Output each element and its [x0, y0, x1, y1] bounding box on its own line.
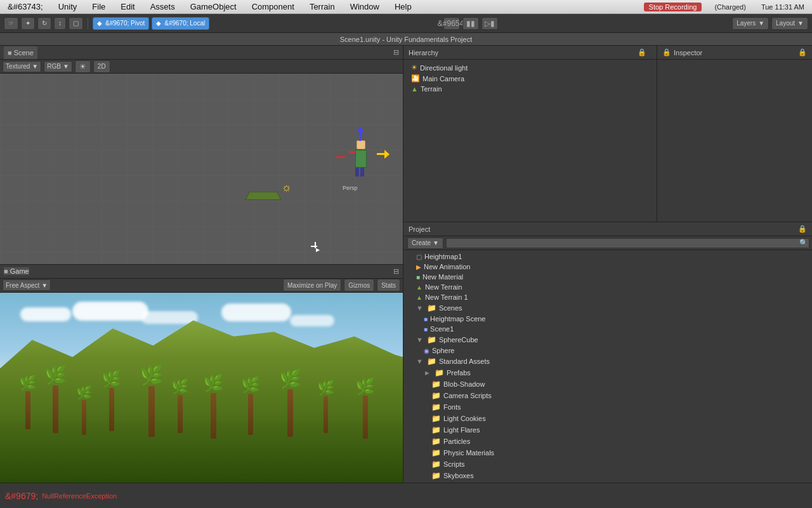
aspect-label: Free Aspect — [6, 282, 39, 289]
terrain-small-icon: ▲ — [416, 294, 422, 301]
menu-terrain[interactable]: Terrain — [307, 2, 337, 11]
file-icon: ▢ — [416, 253, 422, 260]
project-item-physic-materials[interactable]: 📁 Physic Materials — [403, 447, 812, 458]
color-mode-label: RGB — [47, 63, 61, 70]
main-layout: ■ Scene ⊟ Textured ▼ RGB ▼ ☀ 2D — [0, 46, 812, 483]
scene-toolbar: Textured ▼ RGB ▼ ☀ 2D — [0, 60, 403, 74]
menu-component[interactable]: Component — [249, 2, 297, 11]
folder-icon: 📁 — [431, 448, 441, 457]
stop-recording-btn[interactable]: Stop Recording — [644, 3, 702, 11]
project-item-heightmap-scene[interactable]: ■ Heightmap Scene — [403, 314, 812, 324]
aspect-dropdown[interactable]: Free Aspect ▼ — [3, 279, 51, 291]
project-item-prefabs-folder[interactable]: ► 📁 Prefabs — [403, 367, 812, 378]
camera-icon: 🎦 — [411, 74, 420, 83]
menu-help[interactable]: Help — [392, 2, 414, 11]
scale-tool[interactable]: ↕ — [54, 17, 66, 30]
gizmos-btn[interactable]: Gizmos — [344, 279, 374, 291]
project-item-particles[interactable]: 📁 Particles — [403, 436, 812, 447]
rect-tool[interactable]: ▢ — [69, 17, 83, 30]
project-item-blob-shadow[interactable]: 📁 Blob-Shadow — [403, 378, 812, 390]
hierarchy-item-directional-light[interactable]: ☀ Directional light — [403, 62, 657, 73]
hand-tool[interactable]: ☞ — [4, 17, 18, 30]
menu-window[interactable]: Window — [348, 2, 382, 11]
game-tab-icon: ■ — [4, 267, 8, 275]
folder-icon: 📁 — [427, 304, 436, 312]
mesh-icon: ◉ — [424, 347, 429, 354]
project-item-light-cookies[interactable]: 📁 Light Cookies — [403, 413, 812, 424]
hierarchy-item-label: Terrain — [421, 85, 442, 93]
maximize-on-play-btn[interactable]: Maximize on Play — [283, 279, 341, 291]
scene-panel: ■ Scene ⊟ Textured ▼ RGB ▼ ☀ 2D — [0, 46, 403, 265]
color-mode-dropdown[interactable]: RGB ▼ — [44, 61, 72, 72]
project-item-label: Standard Assets — [439, 358, 490, 365]
game-tab[interactable]: ■ Game — [4, 267, 29, 275]
palm-9: 🌿 — [279, 368, 301, 437]
project-item-heightmap1[interactable]: ▢ Heightmap1 — [403, 251, 812, 262]
shading-dropdown[interactable]: Textured ▼ — [3, 61, 41, 72]
palm-10: 🌿 — [317, 380, 334, 433]
folder-icon: 📁 — [431, 425, 441, 434]
game-maximize-icon[interactable]: ⊟ — [393, 267, 399, 276]
project-item-scene1[interactable]: ■ Scene1 — [403, 324, 812, 334]
folder-icon: 📁 — [431, 380, 441, 389]
layers-chevron-icon: ▼ — [758, 20, 764, 27]
layout-dropdown[interactable]: Layout ▼ — [771, 17, 808, 30]
project-item-label: New Terrain — [425, 283, 462, 291]
project-item-new-terrain[interactable]: ▲ New Terrain — [403, 282, 812, 292]
project-item-standard-assets-folder[interactable]: ▼ 📁 Standard Assets — [403, 356, 812, 367]
inspector-title: Inspector — [674, 49, 702, 57]
project-item-fonts[interactable]: 📁 Fonts — [403, 401, 812, 413]
hierarchy-item-terrain[interactable]: ▲ Terrain — [403, 84, 657, 94]
layers-dropdown[interactable]: Layers ▼ — [732, 17, 769, 30]
scene-maximize-icon[interactable]: ⊟ — [393, 48, 399, 57]
scene-view[interactable]: Persp ☼ ▶ — [0, 74, 403, 264]
local-button[interactable]: ◆ &#9670; Local — [152, 17, 209, 30]
project-item-label: Scenes — [439, 304, 462, 312]
folder-icon: 📁 — [431, 460, 441, 469]
project-item-spherecube-folder[interactable]: ▼ 📁 SphereCube — [403, 334, 812, 345]
project-item-scenes-folder[interactable]: ▼ 📁 Scenes — [403, 302, 812, 314]
game-view[interactable]: 🌿 🌿 🌿 🌿 — [0, 293, 403, 483]
menu-unity[interactable]: Unity — [56, 2, 80, 11]
step-button[interactable]: ▷▮ — [481, 17, 498, 30]
game-scene-bg: 🌿 🌿 🌿 🌿 — [0, 293, 403, 483]
project-item-light-flares[interactable]: 📁 Light Flares — [403, 424, 812, 436]
project-item-label: Heightmap1 — [424, 253, 462, 260]
project-item-new-material[interactable]: ■ New Material — [403, 272, 812, 282]
project-search-input[interactable] — [446, 238, 809, 248]
scene-2d-btn[interactable]: 2D — [93, 60, 110, 73]
stats-btn[interactable]: Stats — [377, 279, 400, 291]
hierarchy-item-main-camera[interactable]: 🎦 Main Camera — [403, 73, 657, 84]
inspector-lock-icon[interactable]: 🔒 — [798, 48, 807, 57]
layout-label: Layout — [776, 20, 795, 27]
menu-assets[interactable]: Assets — [148, 2, 178, 11]
search-icon: 🔍 — [799, 239, 808, 247]
project-item-new-animation[interactable]: ▶ New Animation — [403, 262, 812, 272]
scene-panel-header: ■ Scene ⊟ — [0, 46, 403, 60]
rotate-tool[interactable]: ↻ — [37, 17, 51, 30]
scene-tab-icon: ■ — [8, 49, 12, 57]
menu-gameobject[interactable]: GameObject — [188, 2, 239, 11]
project-item-sphere[interactable]: ◉ Sphere — [403, 345, 812, 356]
create-dropdown[interactable]: Create ▼ — [407, 237, 443, 249]
project-lock-icon[interactable]: 🔒 — [798, 225, 807, 233]
top-right-area: Hierarchy 🔒 ☀ Directional light 🎦 Main C… — [403, 46, 812, 222]
play-button[interactable]: &#9654; — [443, 17, 460, 30]
palm-11: 🌿 — [355, 377, 375, 439]
project-item-skyboxes[interactable]: 📁 Skyboxes — [403, 470, 812, 481]
pivot-button[interactable]: ◆ &#9670; Pivot — [93, 17, 149, 30]
menu-file[interactable]: File — [89, 2, 108, 11]
scene-tab[interactable]: ■ Scene — [4, 46, 37, 59]
project-title: Project — [409, 225, 430, 233]
pause-button[interactable]: ▮▮ — [462, 17, 479, 30]
apple-menu[interactable]: &#63743; — [5, 2, 46, 11]
project-item-scripts[interactable]: 📁 Scripts — [403, 458, 812, 470]
move-tool[interactable]: ✦ — [21, 17, 35, 30]
project-item-camera-scripts[interactable]: 📁 Camera Scripts — [403, 390, 812, 401]
project-item-new-terrain-1[interactable]: ▲ New Terrain 1 — [403, 292, 812, 302]
scene-fx-btn[interactable]: ☀ — [75, 60, 91, 73]
project-item-label: Heightmap Scene — [430, 315, 485, 323]
hierarchy-lock-icon[interactable]: 🔒 — [632, 46, 652, 60]
menu-edit[interactable]: Edit — [118, 2, 137, 11]
anim-icon: ▶ — [416, 264, 421, 271]
